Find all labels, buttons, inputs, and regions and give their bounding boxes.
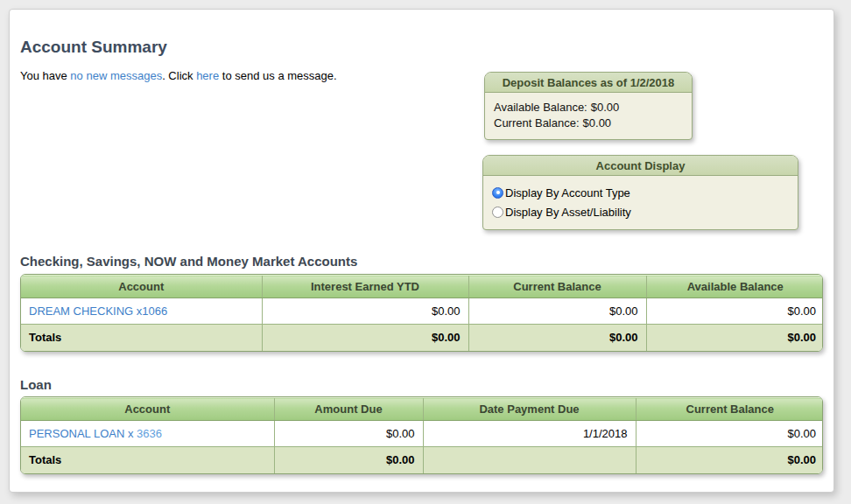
table-row: PERSONAL LOAN x 3636 $0.00 1/1/2018 $0.0… bbox=[21, 421, 823, 447]
radio-label: Display By Asset/Liability bbox=[505, 206, 631, 219]
date-payment-due-cell: 1/1/2018 bbox=[423, 421, 636, 447]
message-text: . Click bbox=[162, 69, 196, 82]
deposit-balances-title: Deposit Balances as of 1/2/2018 bbox=[485, 73, 692, 93]
radio-label: Display By Account Type bbox=[505, 186, 630, 200]
content-card: Account Summary You have no new messages… bbox=[9, 9, 834, 493]
column-header-available-balance: Available Balance bbox=[646, 276, 823, 298]
account-cell: DREAM CHECKING x1066 bbox=[21, 298, 262, 325]
available-balance-cell: $0.00 bbox=[646, 298, 823, 325]
personal-loan-account-link[interactable]: PERSONAL LOAN x 3636 bbox=[29, 427, 162, 440]
column-header-current-balance: Current Balance bbox=[636, 398, 823, 421]
message-text: You have bbox=[20, 69, 70, 82]
totals-label: Totals bbox=[21, 447, 274, 473]
column-header-amount-due: Amount Due bbox=[274, 398, 423, 421]
checking-accounts-table: Account Interest Earned YTD Current Bala… bbox=[20, 274, 823, 352]
account-link-text: PERSONAL LOAN x bbox=[29, 427, 137, 440]
current-balance-label: Current Balance: bbox=[494, 116, 580, 130]
amount-due-cell: $0.00 bbox=[274, 421, 423, 447]
totals-current-balance: $0.00 bbox=[636, 447, 823, 473]
available-balance-value: $0.00 bbox=[591, 101, 620, 114]
radio-button-icon[interactable] bbox=[492, 187, 503, 199]
dream-checking-account-link[interactable]: DREAM CHECKING x1066 bbox=[29, 304, 167, 318]
radio-button-icon[interactable] bbox=[492, 206, 503, 218]
table-header-row: Account Amount Due Date Payment Due Curr… bbox=[21, 398, 823, 421]
page-title: Account Summary bbox=[20, 38, 167, 57]
table-row: DREAM CHECKING x1066 $0.00 $0.00 $0.00 bbox=[21, 298, 823, 325]
totals-amount-due: $0.00 bbox=[274, 447, 423, 473]
table-header-row: Account Interest Earned YTD Current Bala… bbox=[21, 276, 823, 298]
column-header-account: Account bbox=[21, 398, 274, 421]
deposit-balances-box: Deposit Balances as of 1/2/2018 Availabl… bbox=[484, 72, 693, 140]
current-balance-cell: $0.00 bbox=[636, 421, 823, 447]
current-balance-value: $0.00 bbox=[583, 116, 612, 130]
available-balance-label: Available Balance: bbox=[494, 101, 587, 114]
column-header-current-balance: Current Balance bbox=[468, 276, 646, 298]
account-display-box: Account Display Display By Account Type … bbox=[482, 155, 798, 230]
radio-display-by-account-type[interactable]: Display By Account Type bbox=[492, 183, 789, 202]
column-header-account: Account bbox=[21, 276, 262, 298]
account-display-title: Account Display bbox=[483, 156, 798, 176]
totals-date-payment-due bbox=[423, 447, 636, 473]
totals-label: Totals bbox=[21, 325, 262, 351]
current-balance-line: Current Balance:$0.00 bbox=[494, 116, 683, 131]
totals-current-balance: $0.00 bbox=[468, 325, 646, 351]
current-balance-cell: $0.00 bbox=[468, 298, 646, 325]
interest-ytd-cell: $0.00 bbox=[262, 298, 468, 325]
loan-section-heading: Loan bbox=[20, 377, 52, 392]
radio-display-by-asset-liability[interactable]: Display By Asset/Liability bbox=[492, 202, 789, 221]
column-header-date-payment-due: Date Payment Due bbox=[423, 398, 636, 421]
messages-line: You have no new messages. Click here to … bbox=[20, 69, 337, 82]
totals-interest-ytd: $0.00 bbox=[262, 325, 468, 351]
no-new-messages-link[interactable]: no new messages bbox=[70, 69, 162, 82]
account-display-body: Display By Account Type Display By Asset… bbox=[483, 176, 798, 229]
available-balance-line: Available Balance:$0.00 bbox=[494, 100, 683, 116]
send-message-here-link[interactable]: here bbox=[196, 69, 219, 82]
loan-table: Account Amount Due Date Payment Due Curr… bbox=[20, 396, 823, 474]
message-text: to send us a message. bbox=[219, 69, 336, 82]
account-cell: PERSONAL LOAN x 3636 bbox=[21, 421, 274, 447]
column-header-interest-earned-ytd: Interest Earned YTD bbox=[262, 276, 468, 298]
totals-row: Totals $0.00 $0.00 bbox=[21, 447, 823, 473]
totals-row: Totals $0.00 $0.00 $0.00 bbox=[21, 325, 823, 351]
totals-available-balance: $0.00 bbox=[646, 325, 823, 351]
account-number: 3636 bbox=[137, 427, 162, 440]
deposit-balances-body: Available Balance:$0.00 Current Balance:… bbox=[485, 93, 692, 139]
checking-section-heading: Checking, Savings, NOW and Money Market … bbox=[20, 254, 357, 269]
